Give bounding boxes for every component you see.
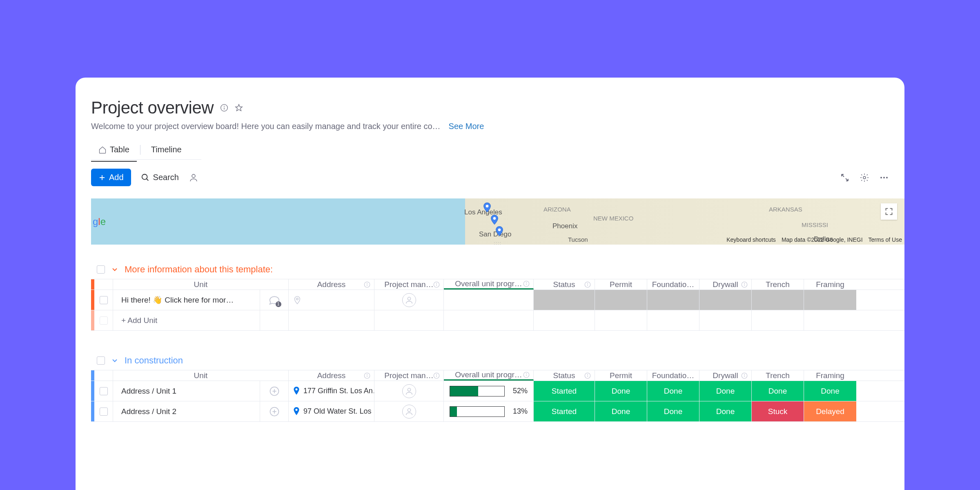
col-header-pm[interactable]: Project man… xyxy=(374,279,444,290)
info-icon[interactable] xyxy=(741,281,748,288)
unit-cell[interactable]: Address / Unit 1 xyxy=(113,381,260,401)
status-cell[interactable]: Started xyxy=(534,381,595,401)
comment-cell[interactable] xyxy=(260,401,289,421)
expand-icon[interactable] xyxy=(840,173,850,183)
col-header-address[interactable]: Address xyxy=(289,279,374,290)
info-icon[interactable] xyxy=(220,104,228,112)
pm-cell[interactable] xyxy=(374,381,444,401)
col-header-permit[interactable]: Permit xyxy=(595,279,647,290)
pm-cell[interactable] xyxy=(374,290,444,310)
pm-cell[interactable] xyxy=(374,401,444,421)
info-icon[interactable] xyxy=(584,372,591,379)
group-color-indicator xyxy=(91,370,94,381)
map-shortcuts-link[interactable]: Keyboard shortcuts xyxy=(726,236,776,243)
info-icon[interactable] xyxy=(741,372,748,379)
stage-cell-foundation[interactable]: Done xyxy=(647,401,699,421)
col-header-pm[interactable]: Project man… xyxy=(374,370,444,381)
stage-cell-trench[interactable] xyxy=(752,290,804,310)
table-row[interactable]: Address / Unit 1 177 Griffin St. Los An…… xyxy=(91,381,904,401)
svg-point-6 xyxy=(142,174,147,179)
stage-cell-trench[interactable]: Done xyxy=(752,381,804,401)
stage-cell-drywall[interactable]: Done xyxy=(699,401,752,421)
progress-cell[interactable]: 13% xyxy=(444,401,534,421)
chevron-down-icon[interactable] xyxy=(111,265,119,274)
col-header-drywall[interactable]: Drywall xyxy=(699,370,752,381)
star-icon[interactable] xyxy=(235,104,243,112)
comment-cell[interactable] xyxy=(260,381,289,401)
col-header-trench[interactable]: Trench xyxy=(752,279,804,290)
add-unit-row[interactable]: + Add Unit xyxy=(91,310,904,331)
col-header-unit[interactable]: Unit xyxy=(113,279,289,290)
col-header-status[interactable]: Status xyxy=(534,370,595,381)
add-comment-icon xyxy=(269,406,280,417)
col-header-drywall[interactable]: Drywall xyxy=(699,279,752,290)
unit-cell[interactable]: Address / Unit 2 xyxy=(113,401,260,421)
status-cell[interactable] xyxy=(534,290,595,310)
more-icon[interactable] xyxy=(879,173,889,183)
row-checkbox[interactable] xyxy=(100,408,108,416)
map-grip-icon[interactable]: :::: xyxy=(494,241,501,245)
stage-cell-foundation[interactable] xyxy=(647,290,699,310)
progress-cell[interactable]: 52% xyxy=(444,381,534,401)
col-header-framing[interactable]: Framing xyxy=(804,279,856,290)
stage-cell-framing[interactable]: Done xyxy=(804,381,856,401)
group-title-construction[interactable]: In construction xyxy=(125,355,183,366)
search-button[interactable]: Search xyxy=(141,173,179,182)
col-header-foundation[interactable]: Foundatio… xyxy=(647,370,699,381)
table-row[interactable]: Address / Unit 2 97 Old Water St. Los … … xyxy=(91,401,904,422)
info-icon[interactable] xyxy=(433,372,440,379)
group-title-template[interactable]: More information about this template: xyxy=(125,264,273,275)
col-header-status[interactable]: Status xyxy=(534,279,595,290)
map-fullscreen-button[interactable] xyxy=(881,203,897,220)
stage-cell-permit[interactable]: Done xyxy=(595,401,647,421)
tab-table[interactable]: Table xyxy=(91,140,137,159)
info-icon[interactable] xyxy=(363,372,371,379)
address-cell[interactable] xyxy=(289,290,374,310)
group-checkbox[interactable] xyxy=(97,265,105,274)
col-header-progress[interactable]: Overall unit progr… xyxy=(444,370,534,381)
col-header-framing[interactable]: Framing xyxy=(804,370,856,381)
stage-cell-permit[interactable]: Done xyxy=(595,381,647,401)
address-cell[interactable]: 97 Old Water St. Los … xyxy=(289,401,374,421)
stage-cell-permit[interactable] xyxy=(595,290,647,310)
info-icon[interactable] xyxy=(363,281,371,288)
stage-cell-trench[interactable]: Stuck xyxy=(752,401,804,421)
col-header-permit[interactable]: Permit xyxy=(595,370,647,381)
gear-icon[interactable] xyxy=(860,173,869,183)
map-pin-icon[interactable] xyxy=(483,203,491,213)
stage-cell-drywall[interactable] xyxy=(699,290,752,310)
map-widget[interactable]: gle Los Angeles San Diego Phoenix Tucson… xyxy=(91,198,904,245)
add-unit-cell[interactable]: + Add Unit xyxy=(113,310,260,330)
stage-cell-foundation[interactable]: Done xyxy=(647,381,699,401)
comment-cell[interactable]: 1 xyxy=(260,290,289,310)
address-cell[interactable]: 177 Griffin St. Los An… xyxy=(289,381,374,401)
map-terms-link[interactable]: Terms of Use xyxy=(869,236,902,243)
info-icon[interactable] xyxy=(433,281,440,288)
stage-cell-framing[interactable] xyxy=(804,290,856,310)
status-cell[interactable]: Started xyxy=(534,401,595,421)
map-pin-icon[interactable] xyxy=(495,226,503,237)
unit-cell[interactable]: Hi there! 👋 Click here for mor… xyxy=(113,290,260,310)
info-icon[interactable] xyxy=(523,371,530,379)
col-header-address[interactable]: Address xyxy=(289,370,374,381)
stage-cell-drywall[interactable]: Done xyxy=(699,381,752,401)
chevron-down-icon[interactable] xyxy=(111,356,119,365)
row-checkbox[interactable] xyxy=(100,296,108,304)
col-header-unit[interactable]: Unit xyxy=(113,370,289,381)
col-header-progress[interactable]: Overall unit progr… xyxy=(444,279,534,290)
see-more-link[interactable]: See More xyxy=(449,122,484,131)
tabs-row: Table Timeline xyxy=(91,140,201,160)
group-checkbox[interactable] xyxy=(97,356,105,365)
col-header-foundation[interactable]: Foundatio… xyxy=(647,279,699,290)
person-icon[interactable] xyxy=(189,173,198,183)
tab-timeline[interactable]: Timeline xyxy=(144,140,189,159)
map-pin-icon[interactable] xyxy=(490,215,499,225)
stage-cell-framing[interactable]: Delayed xyxy=(804,401,856,421)
svg-point-21 xyxy=(437,283,437,283)
info-icon[interactable] xyxy=(584,281,591,288)
table-row[interactable]: Hi there! 👋 Click here for mor… 1 xyxy=(91,290,904,310)
col-header-trench[interactable]: Trench xyxy=(752,370,804,381)
info-icon[interactable] xyxy=(523,280,530,287)
row-checkbox[interactable] xyxy=(100,387,108,395)
add-button[interactable]: Add xyxy=(91,169,131,186)
